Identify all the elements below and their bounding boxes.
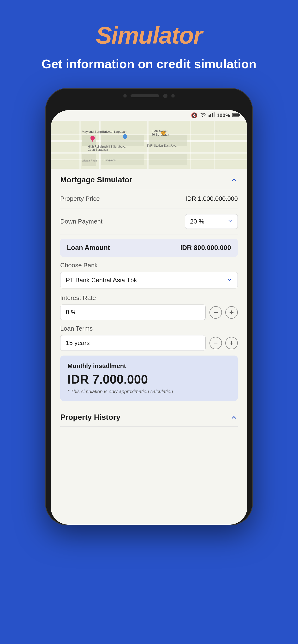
phone-top-bar <box>46 89 252 103</box>
signal-icon <box>208 112 215 119</box>
bank-chevron-icon <box>227 277 232 284</box>
svg-text:· Sungkono: · Sungkono <box>102 158 116 162</box>
battery-icon <box>232 112 240 118</box>
down-payment-row: Down Payment 20 % <box>60 208 238 235</box>
svg-rect-14 <box>190 121 191 169</box>
property-history-title: Property History <box>60 413 120 422</box>
front-camera <box>163 94 168 98</box>
svg-text:46 Surabaya: 46 Surabaya <box>152 133 169 136</box>
interest-rate-value: 8 % <box>60 304 206 320</box>
svg-text:Wisata Rasa: Wisata Rasa <box>82 159 97 162</box>
mute-icon: 🔇 <box>191 112 198 118</box>
map-area: Mayjend Sungkono Bakwan Kapasari SMP Neg… <box>51 121 247 169</box>
property-history-header: Property History <box>60 406 238 427</box>
svg-rect-2 <box>212 113 213 118</box>
property-price-row: Property Price IDR 1.000.000.000 <box>60 189 238 208</box>
monthly-installment-label: Monthly installment <box>67 362 231 370</box>
interest-rate-label: Interest Rate <box>60 294 238 302</box>
property-price-value: IDR 1.000.000.000 <box>186 195 238 202</box>
down-payment-chevron-icon <box>227 218 233 225</box>
interest-rate-stepper-row: 8 % <box>60 304 238 320</box>
page-title: Simulator <box>96 22 202 49</box>
loan-amount-value: IDR 800.000.000 <box>180 244 231 252</box>
down-payment-dropdown[interactable]: 20 % <box>185 214 238 229</box>
down-payment-value: 20 % <box>190 218 204 225</box>
loan-terms-decrease-button[interactable] <box>209 337 222 349</box>
interest-rate-controls <box>209 306 238 319</box>
loan-terms-controls <box>209 337 238 349</box>
screen-content: Mortgage Simulator Property Price IDR 1.… <box>51 169 247 525</box>
svg-text:Court Surabaya: Court Surabaya <box>88 148 108 152</box>
monthly-installment-box: Monthly installment IDR 7.000.000 * This… <box>60 356 238 401</box>
camera-dot-left <box>123 94 127 98</box>
camera-dot-right <box>171 94 175 98</box>
loan-terms-value: 15 years <box>60 335 206 351</box>
svg-rect-12 <box>99 121 100 169</box>
svg-rect-5 <box>232 114 239 116</box>
svg-rect-3 <box>214 112 215 118</box>
mortgage-simulator-section: Mortgage Simulator Property Price IDR 1.… <box>51 169 247 406</box>
monthly-installment-note: * This simulation is only approximation … <box>67 389 231 394</box>
property-history-toggle[interactable] <box>230 414 238 421</box>
loan-terms-increase-button[interactable] <box>225 337 238 349</box>
svg-text:mobil88 Surabaya: mobil88 Surabaya <box>102 145 125 148</box>
loan-terms-stepper-row: 15 years <box>60 335 238 351</box>
page-subtitle: Get information on credit simulation <box>22 56 276 72</box>
svg-rect-18 <box>101 135 144 146</box>
wifi-icon <box>199 112 206 119</box>
phone-screen: 🔇 <box>51 110 247 525</box>
bank-dropdown[interactable]: PT Bank Central Asia Tbk <box>60 272 238 288</box>
svg-rect-22 <box>149 154 187 165</box>
monthly-installment-amount: IDR 7.000.000 <box>67 372 231 386</box>
loan-amount-row: Loan Amount IDR 800.000.000 <box>60 238 238 257</box>
svg-rect-1 <box>210 114 211 118</box>
svg-text:Bakwan Kapasari: Bakwan Kapasari <box>102 130 126 134</box>
battery-text: 100% <box>217 112 230 118</box>
loan-amount-label: Loan Amount <box>67 244 110 252</box>
property-price-label: Property Price <box>60 195 100 202</box>
svg-rect-16 <box>214 121 215 169</box>
interest-rate-increase-button[interactable] <box>225 306 238 319</box>
phone-frame: 🔇 <box>46 89 252 525</box>
svg-text:TVRI Station East Java: TVRI Station East Java <box>146 144 176 147</box>
status-bar: 🔇 <box>51 110 247 121</box>
speaker-bar <box>130 94 159 97</box>
svg-rect-15 <box>79 121 81 169</box>
svg-text:SMP Negeri: SMP Negeri <box>152 130 168 133</box>
property-history-section: Property History <box>51 406 247 427</box>
down-payment-label: Down Payment <box>60 218 102 225</box>
mortgage-simulator-toggle[interactable] <box>230 176 238 184</box>
interest-rate-decrease-button[interactable] <box>209 306 222 319</box>
mortgage-simulator-header: Mortgage Simulator <box>60 169 238 189</box>
choose-bank-label: Choose Bank <box>60 262 238 269</box>
svg-rect-0 <box>209 115 210 117</box>
mortgage-simulator-title: Mortgage Simulator <box>60 176 132 184</box>
loan-terms-label: Loan Terms <box>60 325 238 332</box>
svg-rect-6 <box>239 114 240 116</box>
bank-selected-value: PT Bank Central Asia Tbk <box>66 276 137 284</box>
